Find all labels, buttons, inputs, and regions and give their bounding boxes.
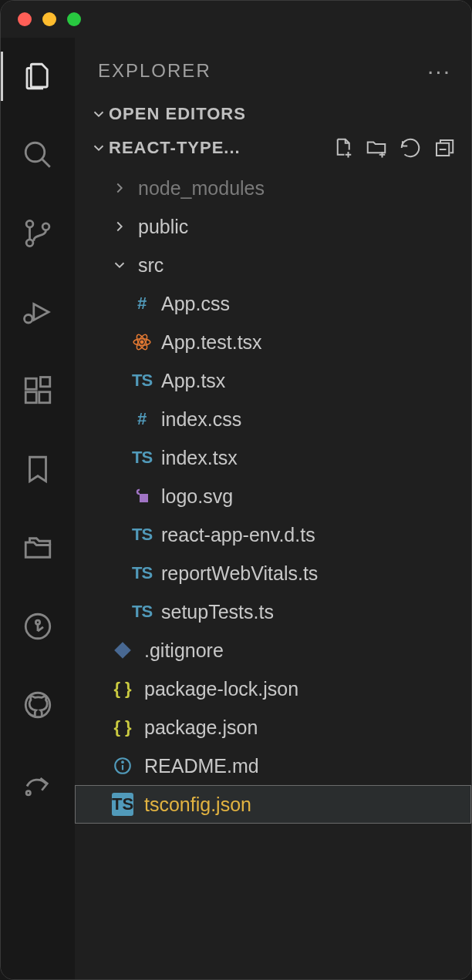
panel-title: EXPLORER (98, 60, 211, 82)
file-label: App.css (161, 293, 230, 315)
svg-point-14 (26, 791, 30, 795)
info-icon (109, 754, 137, 777)
window-minimize[interactable] (42, 12, 56, 26)
svg-rect-9 (39, 392, 50, 403)
ts-icon: TS (130, 600, 153, 623)
react-icon (130, 331, 153, 354)
git-icon (109, 639, 137, 662)
file-package-lock[interactable]: { } package-lock.json (75, 670, 471, 708)
activity-extensions[interactable] (1, 363, 75, 418)
files-icon (22, 60, 54, 92)
svg-point-0 (25, 143, 45, 162)
file-react-env[interactable]: TS react-app-env.d.ts (75, 515, 471, 554)
folder-public[interactable]: public (75, 207, 471, 246)
file-label: README.md (144, 755, 259, 777)
svg-point-3 (26, 240, 33, 247)
collapse-icon[interactable] (433, 136, 456, 159)
css-icon: # (130, 292, 153, 315)
tsconfig-icon: TS (112, 793, 133, 816)
share-icon (22, 767, 54, 800)
gitlens-icon (22, 610, 54, 643)
bookmark-icon (22, 453, 54, 485)
svg-icon (130, 485, 153, 508)
file-tree: node_modules public src # App.css App.te… (75, 166, 471, 824)
new-file-icon[interactable] (331, 136, 354, 159)
file-label: tsconfig.json (144, 794, 251, 816)
new-folder-icon[interactable] (365, 136, 388, 159)
svg-rect-8 (25, 392, 36, 403)
file-setup-tests[interactable]: TS setupTests.ts (75, 592, 471, 631)
svg-point-28 (122, 761, 123, 763)
file-package-json[interactable]: { } package.json (75, 708, 471, 747)
activity-bookmark[interactable] (1, 441, 75, 497)
file-label: App.test.tsx (161, 331, 262, 354)
file-label: react-app-env.d.ts (161, 524, 315, 546)
file-readme[interactable]: README.md (75, 747, 471, 785)
section-open-editors[interactable]: OPEN EDITORS (75, 98, 471, 130)
workspace-actions (331, 136, 464, 159)
chevron-down-icon (109, 257, 130, 274)
file-gitignore[interactable]: .gitignore (75, 631, 471, 670)
folders-icon (22, 532, 54, 564)
folder-label: node_modules (138, 177, 265, 200)
window-zoom[interactable] (67, 12, 81, 26)
file-label: package-lock.json (144, 678, 298, 700)
activity-debug[interactable] (1, 284, 75, 340)
file-tsconfig[interactable]: TS tsconfig.json (75, 785, 471, 824)
chevron-right-icon (109, 180, 130, 196)
svg-point-2 (26, 220, 33, 227)
ts-icon: TS (130, 369, 153, 392)
file-app-tsx[interactable]: TS App.tsx (75, 361, 471, 400)
folder-label: public (138, 216, 188, 238)
activity-gitlens[interactable] (1, 599, 75, 654)
json-icon: { } (109, 677, 137, 700)
activity-scm[interactable] (1, 206, 75, 261)
shell: EXPLORER ··· OPEN EDITORS REACT-TYPE... (1, 38, 471, 979)
file-app-test[interactable]: App.test.tsx (75, 323, 471, 361)
activity-search[interactable] (1, 127, 75, 183)
refresh-icon[interactable] (399, 136, 422, 159)
file-label: index.tsx (161, 447, 238, 469)
ts-icon: TS (130, 523, 153, 546)
activity-explorer[interactable] (1, 49, 75, 104)
file-label: setupTests.ts (161, 601, 274, 623)
svg-marker-5 (34, 304, 49, 321)
panel-header: EXPLORER ··· (75, 38, 471, 98)
svg-point-4 (42, 223, 49, 230)
folder-label: src (138, 254, 164, 277)
section-workspace[interactable]: REACT-TYPE... (75, 130, 471, 166)
svg-rect-25 (140, 494, 148, 502)
search-icon (22, 139, 54, 171)
file-label: .gitignore (144, 639, 224, 662)
file-label: package.json (144, 717, 258, 739)
file-app-css[interactable]: # App.css (75, 284, 471, 323)
window-close[interactable] (18, 12, 32, 26)
titlebar (1, 1, 471, 38)
json-icon: { } (109, 716, 137, 739)
folder-node-modules[interactable]: node_modules (75, 169, 471, 207)
svg-point-24 (140, 341, 143, 343)
svg-rect-7 (25, 378, 36, 389)
css-icon: # (130, 408, 153, 431)
svg-rect-10 (41, 378, 50, 387)
file-logo-svg[interactable]: logo.svg (75, 477, 471, 515)
ts-icon: TS (130, 446, 153, 469)
file-label: reportWebVitals.ts (161, 562, 318, 585)
ts-icon: TS (130, 562, 153, 585)
folder-src[interactable]: src (75, 246, 471, 284)
file-label: logo.svg (161, 485, 233, 508)
panel-more-button[interactable]: ··· (427, 58, 451, 84)
chevron-right-icon (109, 218, 130, 235)
svg-point-6 (25, 315, 33, 324)
file-report-web-vitals[interactable]: TS reportWebVitals.ts (75, 554, 471, 592)
activity-share[interactable] (1, 756, 75, 811)
activity-github[interactable] (1, 677, 75, 733)
debug-icon (22, 296, 54, 328)
activity-project[interactable] (1, 520, 75, 576)
branch-icon (22, 217, 54, 250)
svg-line-1 (42, 159, 50, 167)
file-index-tsx[interactable]: TS index.tsx (75, 438, 471, 477)
file-label: index.css (161, 408, 241, 431)
extensions-icon (22, 374, 54, 407)
file-index-css[interactable]: # index.css (75, 400, 471, 438)
